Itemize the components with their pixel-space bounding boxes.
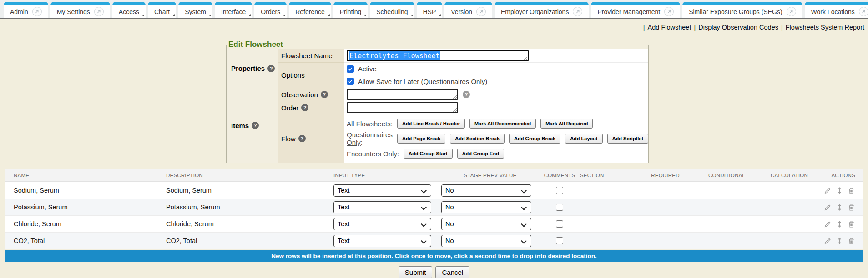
input-type-select[interactable]: Text xyxy=(333,184,431,197)
observation-input[interactable] xyxy=(347,89,458,100)
tab-version[interactable]: Version xyxy=(444,2,492,18)
edit-icon[interactable] xyxy=(824,237,832,245)
tab-scheduling[interactable]: Scheduling xyxy=(370,2,414,18)
add-section-break-button[interactable]: Add Section Break xyxy=(450,134,505,144)
delete-icon[interactable] xyxy=(848,237,855,245)
encounters-only-prefix: Encounters Only: xyxy=(347,150,399,158)
insert-position-bar[interactable]: New rows will be inserted at this positi… xyxy=(5,250,863,262)
tab-label: Orders xyxy=(261,8,280,15)
open-in-new-icon[interactable] xyxy=(476,7,486,16)
tab-accent-bar xyxy=(495,2,589,5)
move-row-icon[interactable] xyxy=(836,237,843,245)
order-input[interactable] xyxy=(347,102,458,113)
flowsheet-name-cell: Electrolytes Flowsheet xyxy=(344,49,648,63)
allow-save-checkbox[interactable] xyxy=(347,78,354,85)
stage-prev-value-cell: No xyxy=(441,184,539,197)
add-group-end-button[interactable]: Add Group End xyxy=(457,149,504,159)
tab-access[interactable]: Access xyxy=(112,2,146,18)
cancel-button[interactable]: Cancel xyxy=(435,266,469,278)
tab-orders[interactable]: Orders xyxy=(254,2,287,18)
delete-icon[interactable] xyxy=(848,220,855,228)
delete-icon[interactable] xyxy=(848,187,855,194)
edit-icon[interactable] xyxy=(824,204,832,211)
resize-grip-icon[interactable] xyxy=(523,56,527,60)
edit-icon[interactable] xyxy=(824,187,832,194)
input-type-select[interactable]: Text xyxy=(333,201,431,213)
display-observation-codes-link[interactable]: Display Observation Codes xyxy=(698,24,778,31)
input-type-select[interactable]: Text xyxy=(333,218,431,230)
tab-printing[interactable]: Printing xyxy=(333,2,368,18)
mark-all-required-button[interactable]: Mark All Required xyxy=(540,119,593,129)
help-icon[interactable]: ? xyxy=(267,65,275,72)
resize-grip-icon[interactable] xyxy=(453,94,457,99)
add-flowsheet-link[interactable]: Add Flowsheet xyxy=(648,24,691,31)
resize-grip-icon[interactable] xyxy=(453,108,457,112)
stage-prev-value-select[interactable]: No xyxy=(441,201,531,213)
open-in-new-icon[interactable] xyxy=(664,7,674,16)
delete-icon[interactable] xyxy=(848,204,855,211)
tab-reference[interactable]: Reference xyxy=(289,2,331,18)
stage-prev-value-select[interactable]: No xyxy=(441,235,531,247)
col-header-conditional: CONDITIONAL xyxy=(696,173,757,178)
tab-similar-exposure-groups[interactable]: Similar Exposure Groups (SEGs) xyxy=(682,2,802,18)
stage-prev-value-select[interactable]: No xyxy=(441,218,531,230)
submit-button[interactable]: Submit xyxy=(399,266,433,278)
active-checkbox-label: Active xyxy=(358,65,377,73)
col-header-required: REQUIRED xyxy=(635,173,696,178)
tab-label: Version xyxy=(451,8,472,15)
help-icon[interactable]: ? xyxy=(252,122,259,129)
tab-employer-organizations[interactable]: Employer Organizations xyxy=(495,2,589,18)
edit-icon[interactable] xyxy=(824,220,832,228)
open-in-new-icon[interactable] xyxy=(787,7,796,16)
comments-checkbox[interactable] xyxy=(556,220,563,228)
tab-accent-bar xyxy=(444,2,492,5)
col-header-calculation: CALCULATION xyxy=(757,173,821,178)
flowsheet-name-input[interactable]: Electrolytes Flowsheet xyxy=(347,50,529,61)
all-flowsheets-prefix: All Flowsheets: xyxy=(347,120,393,128)
submenu-corner-icon xyxy=(248,14,251,16)
add-group-start-button[interactable]: Add Group Start xyxy=(404,149,453,159)
tab-accent-bar xyxy=(215,2,252,5)
footer-buttons: Submit Cancel xyxy=(0,266,868,278)
tab-label: Admin xyxy=(10,8,28,15)
flowsheets-system-report-link[interactable]: Flowsheets System Report xyxy=(786,24,864,31)
tab-label: HSP xyxy=(423,8,436,15)
help-icon[interactable]: ? xyxy=(321,91,328,98)
open-in-new-icon[interactable] xyxy=(94,7,104,16)
move-row-icon[interactable] xyxy=(836,187,843,194)
input-type-select[interactable]: Text xyxy=(333,235,431,247)
help-icon[interactable]: ? xyxy=(301,104,308,111)
tab-system[interactable]: System xyxy=(178,2,212,18)
tab-interface[interactable]: Interface xyxy=(215,2,252,18)
active-checkbox[interactable] xyxy=(347,65,354,73)
link-separator: | xyxy=(694,24,696,31)
option-active: Active xyxy=(347,63,377,75)
open-in-new-icon[interactable] xyxy=(573,7,582,16)
tab-work-locations[interactable]: Work Locations xyxy=(805,2,868,18)
help-icon[interactable]: ? xyxy=(298,135,306,142)
add-scriptlet-button[interactable]: Add Scriptlet xyxy=(607,134,648,144)
add-line-break-header-button[interactable]: Add Line Break / Header xyxy=(397,119,465,129)
properties-group-cell: Properties ? xyxy=(227,49,278,88)
mark-all-recommended-button[interactable]: Mark All Recommended xyxy=(469,119,536,129)
add-layout-button[interactable]: Add Layout xyxy=(565,134,603,144)
tab-provider-management[interactable]: Provider Management xyxy=(591,2,680,18)
tab-hsp[interactable]: HSP xyxy=(417,2,443,18)
add-page-break-button[interactable]: Add Page Break xyxy=(397,134,445,144)
open-in-new-icon[interactable] xyxy=(859,7,868,16)
tab-chart[interactable]: Chart xyxy=(148,2,176,18)
tab-label: Work Locations xyxy=(811,8,855,15)
stage-prev-value-cell: No xyxy=(441,218,539,230)
move-row-icon[interactable] xyxy=(836,204,843,211)
help-icon[interactable]: ? xyxy=(463,91,470,98)
tab-label: Provider Management xyxy=(597,8,660,15)
comments-checkbox[interactable] xyxy=(556,237,563,244)
tab-my-settings[interactable]: My Settings xyxy=(50,2,110,18)
add-group-break-button[interactable]: Add Group Break xyxy=(509,134,560,144)
open-in-new-icon[interactable] xyxy=(32,7,42,16)
move-row-icon[interactable] xyxy=(836,220,843,228)
stage-prev-value-select[interactable]: No xyxy=(441,184,531,197)
comments-checkbox[interactable] xyxy=(556,204,563,211)
comments-checkbox[interactable] xyxy=(556,187,563,194)
tab-admin[interactable]: Admin xyxy=(4,2,48,18)
